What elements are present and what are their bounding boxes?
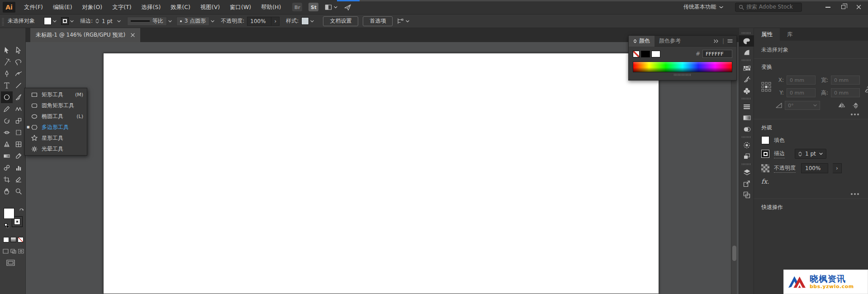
chevron-down-icon[interactable] <box>117 20 121 23</box>
eyedropper-tool[interactable] <box>13 150 24 162</box>
screen-mode-button[interactable] <box>6 260 15 266</box>
gradient-button[interactable] <box>10 237 16 242</box>
width-input[interactable]: 0 mm <box>831 76 860 85</box>
color-button[interactable] <box>3 237 9 242</box>
document-setup-button[interactable]: 文档设置 <box>323 16 358 26</box>
flip-horizontal-icon[interactable] <box>838 103 845 108</box>
opacity-panel-button[interactable]: › <box>833 163 842 173</box>
lasso-tool[interactable] <box>13 56 24 68</box>
stroke-swatch[interactable] <box>761 150 769 158</box>
stroke-panel-icon[interactable] <box>739 101 754 112</box>
artboards-panel-icon[interactable] <box>739 189 754 200</box>
appearance-more-options[interactable] <box>754 192 868 199</box>
chevron-down-icon[interactable] <box>53 20 57 23</box>
black-swatch[interactable] <box>641 51 650 57</box>
flip-vertical-icon[interactable] <box>853 103 859 109</box>
menu-help[interactable]: 帮助(H) <box>256 0 286 14</box>
stock-button[interactable]: St <box>308 3 318 11</box>
stroke-label[interactable]: 描边 <box>774 150 785 158</box>
shaper-tool[interactable] <box>13 103 24 115</box>
dock-grip[interactable] <box>742 59 751 61</box>
tab-libraries[interactable]: 库 <box>780 28 800 41</box>
flyout-item-polygon-tool[interactable]: ■ 多边形工具 <box>25 122 87 133</box>
chevron-down-icon[interactable] <box>310 20 314 23</box>
chevron-down-icon[interactable] <box>70 20 74 23</box>
fill-proxy-swatch[interactable] <box>4 208 14 219</box>
line-segment-tool[interactable] <box>13 80 24 91</box>
width-profile-dropdown[interactable]: 等比 <box>127 17 167 26</box>
artboard-tool[interactable] <box>1 174 13 185</box>
zoom-tool[interactable] <box>13 185 24 197</box>
pen-tool[interactable] <box>1 68 13 80</box>
export-panel-icon[interactable] <box>739 178 754 189</box>
x-input[interactable]: 0 mm <box>787 76 816 85</box>
perspective-grid-tool[interactable] <box>1 138 13 150</box>
align-options-button[interactable] <box>397 18 409 24</box>
column-graph-tool[interactable] <box>13 162 24 174</box>
tab-color[interactable]: 颜色 <box>629 36 655 47</box>
panel-resize-grip[interactable] <box>674 74 691 76</box>
menu-window[interactable]: 窗口(W) <box>225 0 256 14</box>
gradient-tool[interactable] <box>1 150 13 162</box>
flyout-item-flare-tool[interactable]: ■ 光晕工具 <box>25 143 87 154</box>
menu-view[interactable]: 视图(V) <box>195 0 225 14</box>
draw-normal-icon[interactable] <box>2 248 9 254</box>
transparency-panel-icon[interactable] <box>739 123 754 135</box>
share-icon[interactable] <box>344 4 351 11</box>
preferences-button[interactable]: 首选项 <box>363 16 393 26</box>
magic-wand-tool[interactable] <box>1 56 13 68</box>
shape-tool-slot-ellipse-tool[interactable] <box>1 91 13 103</box>
direct-selection-tool[interactable] <box>13 44 24 56</box>
color-panel-icon[interactable] <box>739 35 754 47</box>
panel-grip[interactable] <box>2 17 4 25</box>
dock-grip[interactable] <box>742 163 751 165</box>
opacity-input[interactable]: 100% <box>247 17 271 26</box>
opacity-panel-button[interactable]: › <box>271 17 280 26</box>
flyout-item-star-tool[interactable]: ■ 星形工具 <box>25 133 87 143</box>
none-swatch[interactable] <box>633 51 640 57</box>
brushes-panel-icon[interactable] <box>739 74 754 85</box>
hand-tool[interactable] <box>1 185 13 197</box>
flyout-item-rectangle-tool[interactable]: ■ 矩形工具 (M) <box>25 89 87 100</box>
fill-color-swatch[interactable] <box>44 17 52 25</box>
graphic-styles-panel-icon[interactable] <box>739 151 754 162</box>
menu-effect[interactable]: 效果(C) <box>166 0 195 14</box>
stock-search-input[interactable]: 搜索 Adobe Stock <box>735 3 802 12</box>
menu-object[interactable]: 对象(O) <box>77 0 108 14</box>
scale-tool[interactable] <box>13 115 24 127</box>
menu-type[interactable]: 文字(T) <box>107 0 136 14</box>
pencil-tool[interactable] <box>1 103 13 115</box>
flyout-item-ellipse-tool[interactable]: ■ 椭圆工具 (L) <box>25 111 87 122</box>
gradient-panel-icon[interactable] <box>739 112 754 123</box>
white-swatch[interactable] <box>651 51 660 57</box>
tab-properties[interactable]: 属性 <box>754 28 780 41</box>
stroke-weight-widget[interactable]: 1 pt <box>795 149 826 159</box>
free-transform-tool[interactable] <box>13 127 24 138</box>
bridge-button[interactable]: Br <box>292 3 302 11</box>
workspace-switcher[interactable]: 传统基本功能 <box>683 3 723 11</box>
chevron-down-icon[interactable] <box>211 20 214 23</box>
restore-button[interactable] <box>835 1 851 13</box>
brush-definition-dropdown[interactable]: 3 点圆形 <box>176 17 209 26</box>
swap-fill-stroke-icon[interactable] <box>19 208 24 212</box>
color-spectrum-bar[interactable] <box>633 62 732 72</box>
stroke-weight-stepper[interactable] <box>95 19 99 24</box>
opacity-label[interactable]: 不透明度 <box>774 164 796 173</box>
panel-menu-icon[interactable] <box>727 39 733 43</box>
dock-grip[interactable] <box>742 98 751 100</box>
rotation-input[interactable]: 0° <box>785 101 820 110</box>
menu-edit[interactable]: 编辑(E) <box>48 0 77 14</box>
appearance-panel-icon[interactable] <box>739 139 754 151</box>
curvature-tool[interactable] <box>13 68 24 80</box>
document-tab[interactable]: 未标题-1 @ 146% (RGB/GPU 预览) <box>30 28 140 42</box>
transform-more-options[interactable] <box>754 113 868 119</box>
constrain-proportions-icon[interactable] <box>864 85 868 110</box>
color-guide-panel-icon[interactable] <box>739 47 754 58</box>
swatches-panel-icon[interactable] <box>739 62 754 74</box>
stroke-weight-value[interactable]: 1 pt <box>102 18 113 24</box>
dock-grip[interactable] <box>742 136 751 138</box>
menu-file[interactable]: 文件(F) <box>19 0 48 14</box>
chevron-down-icon[interactable] <box>168 20 172 23</box>
draw-behind-icon[interactable] <box>10 248 17 254</box>
close-tab-icon[interactable] <box>131 33 135 37</box>
